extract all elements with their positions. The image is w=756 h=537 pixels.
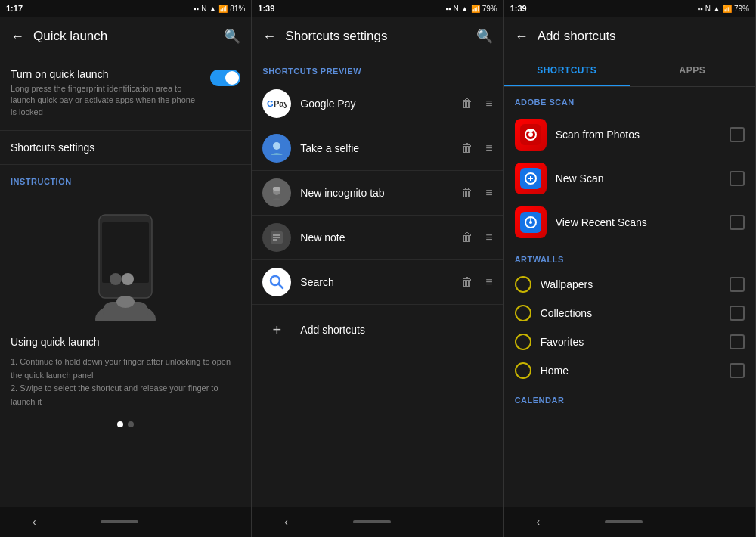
checkbox-wallpapers[interactable] <box>730 277 745 292</box>
panel-quick-launch: 1:17 ▪▪ N ▲ 📶 81% ← Quick launch 🔍 Turn … <box>0 0 252 537</box>
search-button-2[interactable]: 🔍 <box>476 28 493 45</box>
checkbox-view-recent-scans[interactable] <box>730 215 745 230</box>
step-1: 1. Continue to hold down your finger aft… <box>11 355 240 382</box>
panel2-content: SHORTCUTS PREVIEW G Pay Google Pay 🗑 ≡ <box>252 56 503 507</box>
shortcuts-preview-label: SHORTCUTS PREVIEW <box>252 56 503 82</box>
delete-icon-search[interactable]: 🗑 <box>461 275 473 289</box>
plus-icon: + <box>262 315 291 344</box>
checkbox-favorites[interactable] <box>730 334 745 349</box>
shortcut-actions-note: 🗑 ≡ <box>461 231 492 244</box>
item-wallpapers: Wallpapers <box>504 270 755 299</box>
search-button-1[interactable]: 🔍 <box>224 28 240 45</box>
page-title-3: Add shortcuts <box>538 29 745 44</box>
shortcuts-settings-link[interactable]: Shortcuts settings <box>0 131 251 165</box>
status-icons-1: ▪▪ N ▲ 📶 81% <box>194 5 245 13</box>
svg-point-6 <box>116 296 135 308</box>
artwalls-icon-favorites <box>515 334 531 350</box>
status-bar-1: 1:17 ▪▪ N ▲ 📶 81% <box>0 0 251 17</box>
shortcut-actions-googlepay: 🗑 ≡ <box>461 97 492 110</box>
item-name-collections: Collections <box>541 307 720 319</box>
svg-point-20 <box>528 132 533 137</box>
back-button-3[interactable]: ← <box>515 29 528 45</box>
artwalls-icon-collections <box>515 305 531 321</box>
delete-icon-selfie[interactable]: 🗑 <box>461 141 473 155</box>
status-bar-2: 1:39 ▪▪ N ▲ 📶 79% <box>252 0 503 17</box>
home-bar-1[interactable] <box>101 520 138 523</box>
back-nav-1[interactable]: ‹ <box>33 516 36 528</box>
delete-icon-note[interactable]: 🗑 <box>461 231 473 244</box>
shortcut-item-search: Search 🗑 ≡ <box>252 260 503 305</box>
time-3: 1:39 <box>510 4 527 13</box>
phone-illustration <box>0 192 251 336</box>
checkbox-new-scan[interactable] <box>730 171 745 186</box>
drag-icon-search[interactable]: ≡ <box>485 275 492 289</box>
delete-icon-incognito[interactable]: 🗑 <box>461 186 473 200</box>
tab-apps[interactable]: APPS <box>630 56 755 86</box>
adobe-scan-icon-1 <box>515 119 547 151</box>
svg-line-17 <box>279 284 283 288</box>
header-bar-3: ← Add shortcuts <box>504 17 755 56</box>
delete-icon-googlepay[interactable]: 🗑 <box>461 97 473 110</box>
back-nav-3[interactable]: ‹ <box>537 516 541 528</box>
item-scan-from-photos: Scan from Photos <box>504 113 755 157</box>
item-favorites: Favorites <box>504 327 755 356</box>
bottom-nav-1: ‹ <box>0 507 251 537</box>
using-title: Using quick launch <box>0 336 251 355</box>
panel-add-shortcuts: 1:39 ▪▪ N ▲ 📶 79% ← Add shortcuts SHORTC… <box>504 0 756 537</box>
svg-point-2 <box>110 273 122 285</box>
add-shortcuts-row[interactable]: + Add shortcuts <box>252 305 503 355</box>
quick-launch-toggle[interactable] <box>210 70 240 86</box>
svg-text:Pay: Pay <box>274 99 287 108</box>
header-bar-1: ← Quick launch 🔍 <box>0 17 251 56</box>
status-icons-2: ▪▪ N ▲ 📶 79% <box>445 5 497 13</box>
bottom-nav-3: ‹ <box>504 507 755 537</box>
time-1: 1:17 <box>6 4 23 13</box>
drag-icon-googlepay[interactable]: ≡ <box>485 97 492 110</box>
status-bar-3: 1:39 ▪▪ N ▲ 📶 79% <box>504 0 755 17</box>
drag-icon-incognito[interactable]: ≡ <box>485 186 492 200</box>
adobe-scan-icon-3 <box>515 206 547 238</box>
incognito-icon <box>262 178 291 207</box>
item-view-recent-scans: View Recent Scans <box>504 200 755 244</box>
checkbox-collections[interactable] <box>730 306 745 321</box>
checkbox-scan-from-photos[interactable] <box>730 127 745 142</box>
svg-rect-21 <box>528 129 533 132</box>
home-bar-3[interactable] <box>605 520 643 523</box>
checkbox-home[interactable] <box>730 363 745 378</box>
tabs-row: SHORTCUTS APPS <box>504 56 755 87</box>
shortcut-actions-incognito: 🗑 ≡ <box>461 186 492 200</box>
carousel-dots <box>0 409 251 439</box>
note-icon <box>262 223 291 252</box>
section-adobe-scan: ADOBE SCAN <box>504 87 755 113</box>
item-name-scan-from-photos: Scan from Photos <box>556 129 720 141</box>
search-app-icon <box>262 268 291 296</box>
drag-icon-note[interactable]: ≡ <box>485 231 492 244</box>
back-button-1[interactable]: ← <box>11 29 24 45</box>
svg-rect-11 <box>273 187 280 191</box>
panel-shortcuts-settings: 1:39 ▪▪ N ▲ 📶 79% ← Shortcuts settings 🔍… <box>252 0 503 537</box>
tab-shortcuts[interactable]: SHORTCUTS <box>504 56 630 86</box>
step-2: 2. Swipe to select the shortcut and rele… <box>11 382 240 408</box>
time-2: 1:39 <box>258 4 274 13</box>
bottom-nav-2: ‹ <box>252 507 503 537</box>
dot-2 <box>128 421 134 427</box>
back-button-2[interactable]: ← <box>262 29 276 45</box>
item-name-wallpapers: Wallpapers <box>541 278 720 290</box>
shortcut-name-incognito: New incognito tab <box>300 187 452 199</box>
svg-point-9 <box>273 142 280 150</box>
back-nav-2[interactable]: ‹ <box>284 516 288 528</box>
item-name-view-recent-scans: View Recent Scans <box>556 216 720 228</box>
home-bar-2[interactable] <box>353 520 391 523</box>
toggle-description: Long press the fingerprint identificatio… <box>11 83 203 118</box>
drag-icon-selfie[interactable]: ≡ <box>485 141 492 155</box>
item-name-favorites: Favorites <box>541 336 720 348</box>
section-artwalls: ARTWALLS <box>504 244 755 270</box>
shortcut-name-search: Search <box>300 276 452 288</box>
selfie-icon <box>262 134 291 163</box>
shortcut-item-googlepay: G Pay Google Pay 🗑 ≡ <box>252 82 503 126</box>
status-icons-3: ▪▪ N ▲ 📶 79% <box>698 5 749 13</box>
panel3-content: ADOBE SCAN Scan from Photos <box>504 87 755 507</box>
add-shortcuts-label: Add shortcuts <box>300 324 365 336</box>
item-home: Home <box>504 356 755 385</box>
page-title-1: Quick launch <box>33 29 215 44</box>
